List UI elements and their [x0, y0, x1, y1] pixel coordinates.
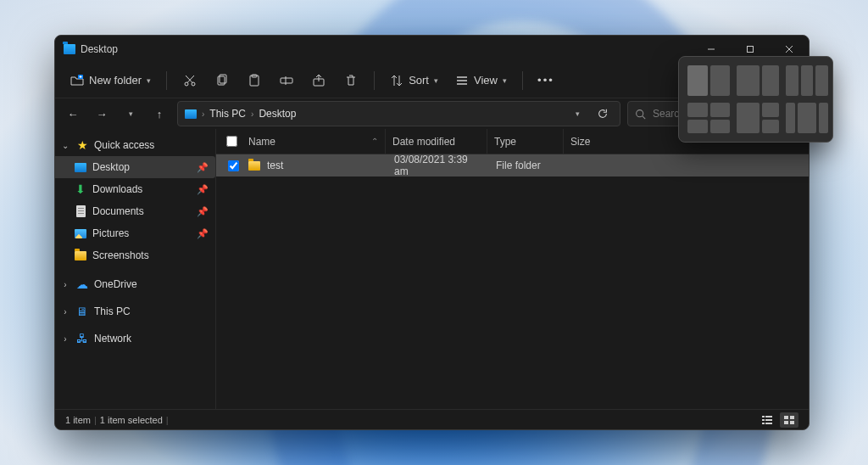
snap-layout-three-columns[interactable]	[786, 65, 828, 96]
snap-layouts-flyout	[678, 56, 833, 143]
address-bar[interactable]: › This PC › Desktop ▾	[177, 101, 620, 126]
forward-button[interactable]: →	[91, 102, 113, 126]
pin-icon: 📌	[197, 184, 209, 195]
sidebar-label: OneDrive	[94, 278, 137, 290]
view-label: View	[474, 74, 498, 87]
rename-button[interactable]	[272, 67, 301, 94]
sort-label: Sort	[409, 74, 429, 87]
status-separator: |	[94, 415, 97, 425]
breadcrumb-this-pc[interactable]: This PC	[209, 108, 246, 120]
svg-rect-30	[790, 416, 794, 419]
file-date: 03/08/2021 3:39 am	[394, 154, 479, 177]
file-row[interactable]: test 03/08/2021 3:39 am File folder	[216, 154, 809, 176]
expand-icon[interactable]: ›	[60, 307, 70, 317]
svg-rect-25	[762, 419, 765, 421]
new-folder-label: New folder	[89, 74, 142, 87]
sidebar-label: This PC	[94, 305, 131, 317]
star-icon: ★	[75, 139, 89, 151]
divider	[166, 71, 167, 90]
pictures-icon	[75, 229, 86, 238]
snap-layout-side-by-side[interactable]	[687, 65, 730, 96]
view-button[interactable]: View ▾	[448, 67, 514, 94]
svg-line-22	[643, 115, 645, 118]
sidebar-label: Downloads	[92, 183, 142, 195]
status-bar: 1 item | 1 item selected |	[55, 409, 809, 429]
details-view-icon	[761, 415, 773, 425]
share-icon	[312, 74, 326, 87]
sidebar-label: Pictures	[92, 227, 129, 239]
more-button[interactable]: •••	[531, 67, 560, 94]
details-view-button[interactable]	[758, 412, 776, 428]
sidebar-network[interactable]: › 🖧 Network	[55, 328, 215, 350]
svg-rect-27	[762, 423, 765, 424]
history-dropdown-button[interactable]: ▾	[567, 104, 587, 124]
sidebar-pictures[interactable]: Pictures 📌	[55, 222, 215, 244]
status-item-count: 1 item	[65, 415, 91, 425]
chevron-down-icon: ▾	[576, 109, 580, 118]
sort-button[interactable]: Sort ▾	[383, 67, 445, 94]
up-button[interactable]: ↑	[148, 102, 170, 126]
status-selected-count: 1 item selected	[100, 415, 163, 425]
pin-icon: 📌	[197, 206, 209, 217]
breadcrumb-desktop[interactable]: Desktop	[259, 108, 296, 120]
column-label: Name	[248, 136, 275, 148]
sidebar-onedrive[interactable]: › ☁ OneDrive	[55, 273, 215, 295]
folder-icon	[248, 161, 260, 171]
row-checkbox[interactable]	[228, 160, 239, 171]
copy-icon	[215, 74, 229, 87]
cut-button[interactable]	[175, 67, 204, 94]
sidebar-label: Screenshots	[92, 249, 149, 261]
column-type[interactable]: Type	[487, 129, 564, 154]
snap-layout-large-small[interactable]	[737, 65, 779, 96]
svg-rect-26	[765, 419, 772, 421]
copy-button[interactable]	[208, 67, 236, 94]
column-size[interactable]: Size	[564, 129, 615, 154]
sidebar-desktop[interactable]: Desktop 📌	[55, 156, 215, 178]
column-date-modified[interactable]: Date modified	[386, 129, 487, 154]
snap-layout-quadrant[interactable]	[687, 103, 730, 133]
paste-button[interactable]	[240, 67, 269, 94]
desktop-icon	[75, 163, 86, 172]
svg-point-21	[637, 109, 643, 116]
expand-icon[interactable]: ›	[60, 280, 70, 289]
chevron-down-icon: ▾	[434, 76, 438, 85]
window-icon	[64, 44, 75, 54]
sort-indicator-icon: ⌃	[371, 137, 378, 146]
snap-layout-center-focus[interactable]	[786, 103, 828, 133]
svg-rect-24	[765, 416, 772, 417]
delete-button[interactable]	[337, 67, 365, 94]
svg-line-10	[186, 76, 192, 83]
thumbnails-view-button[interactable]	[780, 412, 798, 428]
file-name: test	[267, 160, 283, 171]
folder-icon	[75, 251, 86, 261]
status-separator: |	[166, 415, 169, 425]
refresh-button[interactable]	[593, 104, 613, 124]
pc-icon: 🖥	[75, 305, 89, 317]
pin-icon: 📌	[197, 162, 209, 173]
back-button[interactable]: ←	[62, 102, 84, 126]
chevron-down-icon: ▾	[147, 76, 151, 85]
network-icon: 🖧	[75, 333, 89, 345]
collapse-icon[interactable]: ⌄	[60, 141, 70, 150]
sort-icon	[390, 74, 403, 87]
svg-line-9	[187, 76, 194, 83]
svg-rect-15	[281, 78, 292, 83]
breadcrumb-separator: ›	[202, 109, 204, 119]
new-folder-icon	[70, 74, 84, 87]
column-label: Type	[494, 136, 516, 148]
snap-layout-left-two-right[interactable]	[737, 103, 779, 133]
sidebar-screenshots[interactable]: Screenshots	[55, 244, 215, 266]
sidebar-quick-access[interactable]: ⌄ ★ Quick access	[55, 134, 215, 156]
sidebar-this-pc[interactable]: › 🖥 This PC	[55, 300, 215, 322]
share-button[interactable]	[304, 67, 333, 94]
sidebar-documents[interactable]: Documents 📌	[55, 200, 215, 222]
pin-icon: 📌	[197, 228, 209, 239]
sidebar-downloads[interactable]: ⬇ Downloads 📌	[55, 178, 215, 200]
select-all-checkbox[interactable]	[226, 136, 237, 147]
window-title: Desktop	[81, 43, 118, 55]
new-folder-button[interactable]: New folder ▾	[64, 67, 158, 94]
column-name[interactable]: Name ⌃	[216, 129, 386, 154]
recent-button[interactable]: ▾	[120, 102, 142, 126]
content-pane: Name ⌃ Date modified Type Size test 03/0…	[216, 129, 809, 409]
expand-icon[interactable]: ›	[60, 334, 70, 344]
